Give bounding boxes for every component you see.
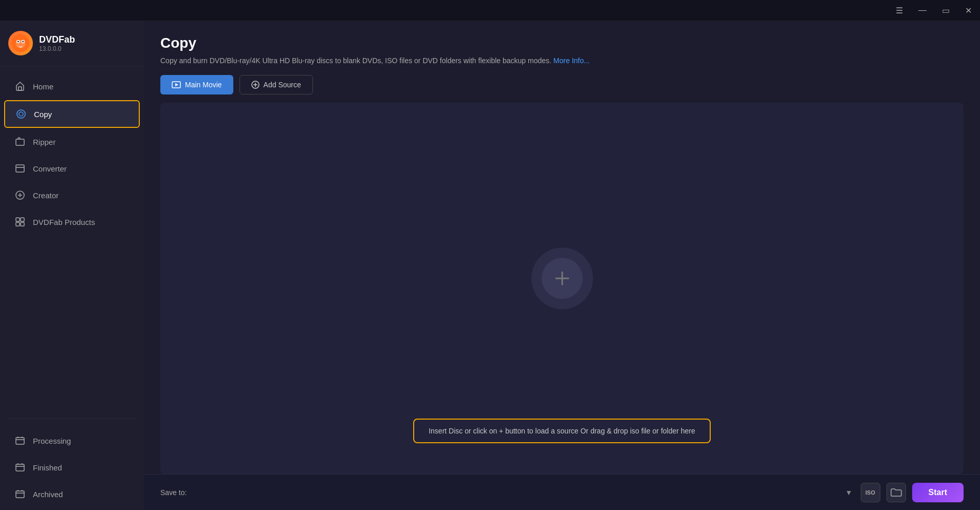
svg-rect-23 [16, 464, 24, 471]
sidebar-item-converter-label: Converter [33, 164, 67, 173]
svg-rect-17 [16, 222, 20, 226]
add-circle-inner-icon [542, 258, 583, 299]
iso-button[interactable]: ISO [861, 483, 880, 502]
app-version: 13.0.0.0 [39, 45, 75, 52]
sidebar-bottom-nav: Processing Finished Archived [0, 425, 144, 510]
home-icon [14, 81, 26, 92]
svg-point-5 [22, 41, 24, 42]
add-source-icon [251, 81, 260, 89]
chevron-down-icon: ▼ [845, 488, 853, 497]
page-description: Copy and burn DVD/Blu-ray/4K Ultra HD Bl… [160, 56, 964, 65]
sidebar-item-home[interactable]: Home [4, 73, 140, 99]
processing-icon [14, 435, 26, 446]
svg-point-4 [17, 41, 19, 42]
ripper-icon [14, 136, 26, 147]
bottom-bar: Save to: ▼ ISO Start [144, 474, 980, 510]
sidebar-item-archived-label: Archived [33, 490, 63, 499]
sidebar-item-products-label: DVDFab Products [33, 218, 95, 226]
save-to-input[interactable] [195, 488, 841, 497]
titlebar-buttons: ☰ — ▭ ✕ [893, 4, 975, 17]
creator-icon [14, 190, 26, 201]
folder-icon [891, 488, 902, 497]
sidebar-item-products[interactable]: DVDFab Products [4, 209, 140, 235]
products-icon [14, 216, 26, 228]
bottom-actions: ISO Start [861, 483, 964, 502]
sidebar-logo: DVDFab 13.0.0.0 [0, 21, 144, 66]
page-title: Copy [160, 35, 964, 51]
sidebar-item-copy-label: Copy [34, 110, 52, 119]
sidebar-nav: Home Copy Ripper Conver [0, 70, 144, 412]
sidebar-item-creator[interactable]: Creator [4, 182, 140, 208]
app-name: DVDFab [39, 34, 75, 45]
converter-icon [14, 163, 26, 174]
sidebar: DVDFab 13.0.0.0 Home Copy [0, 21, 144, 510]
drop-hint: Insert Disc or click on + button to load… [413, 419, 711, 443]
sidebar-item-archived[interactable]: Archived [4, 481, 140, 507]
svg-rect-27 [16, 491, 24, 498]
sidebar-item-processing-label: Processing [33, 437, 71, 445]
main-content: Copy Copy and burn DVD/Blu-ray/4K Ultra … [144, 21, 980, 510]
svg-rect-10 [16, 165, 24, 172]
menu-button[interactable]: ☰ [893, 4, 906, 17]
close-button[interactable]: ✕ [962, 4, 975, 17]
logo-text: DVDFab 13.0.0.0 [39, 34, 75, 52]
svg-rect-19 [16, 438, 24, 444]
sidebar-item-finished[interactable]: Finished [4, 455, 140, 480]
svg-point-7 [17, 110, 25, 118]
toolbar: Main Movie Add Source [144, 75, 980, 103]
main-movie-icon [172, 80, 181, 89]
sidebar-item-finished-label: Finished [33, 463, 62, 472]
svg-point-8 [19, 112, 23, 116]
svg-rect-16 [21, 218, 24, 221]
sidebar-item-home-label: Home [33, 82, 53, 91]
add-circle-button[interactable] [531, 248, 593, 309]
save-to-dropdown[interactable]: ▼ [195, 488, 852, 497]
add-source-button[interactable]: Add Source [239, 75, 313, 95]
finished-icon [14, 462, 26, 473]
svg-rect-18 [21, 222, 24, 226]
svg-rect-6 [19, 87, 22, 90]
app-body: DVDFab 13.0.0.0 Home Copy [0, 21, 980, 510]
minimize-button[interactable]: — [915, 4, 930, 17]
app-logo-icon [8, 31, 33, 55]
save-to-label: Save to: [160, 488, 187, 497]
archived-icon [14, 488, 26, 500]
svg-marker-32 [175, 83, 178, 86]
sidebar-divider [8, 418, 136, 419]
svg-rect-9 [16, 139, 24, 145]
sidebar-item-creator-label: Creator [33, 191, 59, 200]
drop-zone[interactable]: Insert Disc or click on + button to load… [160, 103, 964, 474]
main-movie-button[interactable]: Main Movie [160, 75, 233, 95]
sidebar-item-processing[interactable]: Processing [4, 428, 140, 454]
svg-rect-15 [16, 218, 20, 221]
sidebar-item-ripper-label: Ripper [33, 138, 56, 146]
start-button[interactable]: Start [912, 483, 964, 502]
sidebar-item-converter[interactable]: Converter [4, 156, 140, 181]
sidebar-item-ripper[interactable]: Ripper [4, 129, 140, 155]
folder-button[interactable] [886, 483, 906, 502]
page-header: Copy Copy and burn DVD/Blu-ray/4K Ultra … [144, 21, 980, 75]
sidebar-item-copy[interactable]: Copy [4, 100, 140, 128]
copy-icon [15, 108, 27, 120]
more-info-link[interactable]: More Info... [553, 56, 590, 65]
maximize-button[interactable]: ▭ [939, 4, 953, 17]
titlebar: ☰ — ▭ ✕ [0, 0, 980, 21]
